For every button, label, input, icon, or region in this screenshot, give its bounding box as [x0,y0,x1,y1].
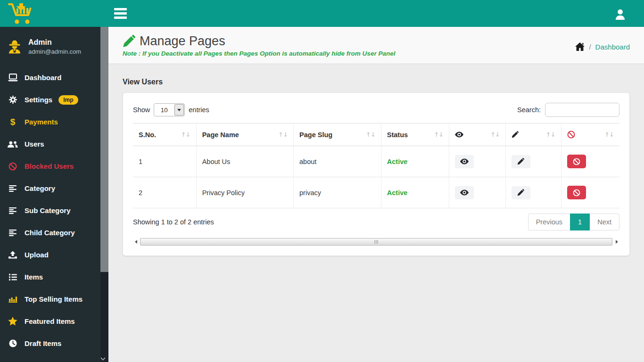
view-button[interactable] [455,186,474,199]
block-button[interactable] [567,186,586,199]
star-icon [7,317,18,326]
panel-title: View Users [123,78,630,86]
entries-select[interactable]: 10 [154,103,185,116]
admin-profile[interactable]: Admin admin@admin.com [0,27,100,64]
user-icon[interactable] [614,8,626,20]
cart-arrow-down-logo-icon [8,2,34,25]
status-badge: Active [387,158,408,165]
previous-page-button[interactable]: Previous [528,214,570,230]
pencil-icon [517,158,524,165]
entries-label: entries [189,106,209,114]
gear-icon [7,96,18,104]
list-ol-icon [7,273,18,281]
ban-icon [7,162,18,171]
sidebar-scrollbar-thumb[interactable] [100,27,108,272]
align-list-icon [7,207,18,214]
next-page-button[interactable]: Next [589,214,619,230]
sidebar-item-blocked-users[interactable]: Blocked Users [0,155,100,177]
table-info: Showing 1 to 2 of 2 entries [133,218,214,226]
column-header-page-slug[interactable]: Page Slug↑↓ [294,123,381,146]
cell-sno: 1 [133,146,196,177]
pencil-icon [517,189,524,196]
sort-icon: ↑↓ [181,131,190,138]
block-button[interactable] [567,155,586,168]
edit-button[interactable] [512,186,530,199]
pencil-icon [512,131,519,138]
cell-page-slug: about [294,146,381,177]
hamburger-icon[interactable] [114,4,134,23]
cell-sno: 2 [133,177,196,208]
admin-name: Admin [28,38,81,47]
sidebar-item-draft-items[interactable]: Draft Items [0,332,100,354]
column-header-status[interactable]: Status↑↓ [381,123,449,146]
sidebar: Admin admin@admin.com Dashboard Settings… [0,27,108,362]
ban-icon [573,189,580,197]
bar-chart-icon [7,296,18,303]
data-table-card: Show 10 entries Search: [123,92,630,256]
cell-page-name: About Us [196,146,293,177]
horizontal-scrollbar[interactable] [133,238,619,246]
column-header-edit[interactable]: ↑↓ [505,123,561,146]
pencil-icon [123,35,135,48]
breadcrumb-link-dashboard[interactable]: Dashboard [595,43,630,51]
table-footer: Showing 1 to 2 of 2 entries Previous 1 N… [133,214,619,230]
laptop-icon [7,74,18,82]
sort-icon: ↑↓ [366,131,375,138]
clock-icon [7,339,18,347]
column-header-block[interactable]: ↑↓ [561,123,619,146]
sidebar-item-featured-items[interactable]: Featured Items [0,310,100,332]
column-header-page-name[interactable]: Page Name↑↓ [196,123,293,146]
search-input[interactable] [545,103,619,117]
align-list-icon [7,185,18,192]
edit-button[interactable] [512,155,530,168]
logo-area[interactable] [0,0,108,27]
align-list-icon [7,230,18,236]
horizontal-scrollbar-thumb[interactable] [140,238,612,246]
table-row: 2 Privacy Policy privacy Active [133,177,619,208]
admin-email: admin@admin.com [28,48,81,55]
scroll-down-arrow-icon[interactable] [100,357,108,361]
cell-page-name: Privacy Policy [196,177,293,208]
sidebar-item-child-category[interactable]: Child Category [0,222,100,244]
content-body: View Users Show 10 entries Search: [108,64,644,270]
scroll-left-arrow-icon[interactable] [133,238,139,245]
breadcrumb: / Dashboard [575,42,630,51]
column-header-sno[interactable]: S.No.↑↓ [133,123,196,146]
eye-icon [460,189,469,196]
table-row: 1 About Us about Active [133,146,619,177]
sidebar-item-upload[interactable]: Upload [0,244,100,266]
table-header-row: S.No.↑↓ Page Name↑↓ Page Slug↑↓ Status↑↓… [133,123,619,146]
sort-icon: ↑↓ [278,131,288,138]
search-control: Search: [517,103,619,117]
breadcrumb-separator: / [589,43,591,51]
sidebar-item-items[interactable]: Items [0,266,100,288]
dollar-icon: $ [7,117,18,127]
view-button[interactable] [455,155,474,168]
sort-icon: ↑↓ [546,131,555,138]
show-label: Show [133,106,150,114]
sidebar-item-settings[interactable]: Settings Imp [0,89,100,111]
pages-table: S.No.↑↓ Page Name↑↓ Page Slug↑↓ Status↑↓… [133,123,619,208]
scrollbar-grip-icon [375,240,378,244]
imp-badge: Imp [58,95,78,105]
column-header-view[interactable]: ↑↓ [449,123,506,146]
entries-select-value: 10 [154,104,174,116]
sidebar-item-payments[interactable]: $ Payments [0,111,100,133]
status-badge: Active [387,189,408,197]
page-1-button[interactable]: 1 [570,214,590,230]
sidebar-item-sub-category[interactable]: Sub Category [0,199,100,222]
sidebar-item-dashboard[interactable]: Dashboard [0,66,100,89]
home-icon[interactable] [575,42,585,51]
scroll-right-arrow-icon[interactable] [614,238,619,245]
users-icon [7,140,18,148]
sidebar-item-users[interactable]: Users [0,133,100,155]
sidebar-item-top-selling-items[interactable]: Top Selling Items [0,288,100,310]
main-content: Manage Pages Note : If you Deactivate al… [108,27,644,362]
sidebar-item-category[interactable]: Category [0,177,100,199]
content-header: Manage Pages Note : If you Deactivate al… [108,27,644,64]
eye-icon [460,158,469,165]
sidebar-scrollbar[interactable] [100,27,108,362]
sort-icon: ↑↓ [604,131,614,138]
sort-icon: ↑↓ [434,131,443,138]
ban-icon [567,131,575,139]
